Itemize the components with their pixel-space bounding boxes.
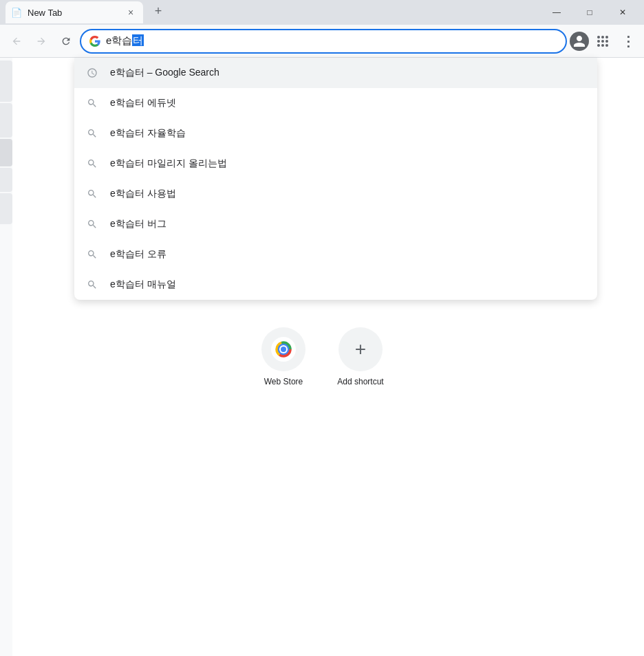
webstore-shortcut[interactable]: Web Store bbox=[253, 327, 314, 386]
close-button[interactable]: ✕ bbox=[607, 2, 638, 23]
tab-close-button[interactable]: × bbox=[124, 6, 138, 19]
forward-button[interactable] bbox=[30, 30, 52, 52]
search-icon bbox=[85, 157, 99, 171]
autocomplete-item[interactable]: e학습터 – Google Search bbox=[74, 58, 597, 88]
autocomplete-text: e학습터 자율학습 bbox=[110, 127, 586, 140]
autocomplete-text: e학습터 – Google Search bbox=[110, 67, 586, 79]
autocomplete-text: e학습터 버그 bbox=[110, 218, 586, 230]
clock-icon bbox=[85, 66, 99, 80]
add-shortcut-label: Add shortcut bbox=[337, 377, 383, 386]
new-tab-button[interactable]: + bbox=[149, 1, 168, 21]
webstore-icon bbox=[271, 337, 296, 362]
left-panel-item bbox=[0, 193, 12, 224]
nav-bar: e학습터 ⋮ bbox=[0, 25, 644, 58]
plus-icon: + bbox=[355, 340, 366, 359]
google-logo-icon bbox=[89, 36, 100, 47]
autocomplete-item[interactable]: e학습터 자율학습 bbox=[74, 118, 597, 149]
left-panel bbox=[0, 58, 12, 656]
autocomplete-text: e학습터 사용법 bbox=[110, 188, 586, 200]
autocomplete-item[interactable]: e학습터 에듀넷 bbox=[74, 88, 597, 118]
address-text: e학습터 bbox=[106, 34, 144, 47]
svg-text:📄: 📄 bbox=[11, 7, 22, 18]
search-icon bbox=[85, 248, 99, 261]
add-shortcut-icon-circle: + bbox=[339, 327, 383, 371]
address-bar[interactable]: e학습터 bbox=[80, 29, 567, 54]
search-icon bbox=[85, 217, 99, 231]
autocomplete-text: e학습터 오류 bbox=[110, 248, 586, 261]
svg-point-7 bbox=[281, 347, 286, 352]
left-panel-item bbox=[0, 61, 12, 102]
search-icon bbox=[85, 96, 99, 110]
autocomplete-dropdown: e학습터 – Google Search e학습터 에듀넷 e학습터 자율학습 … bbox=[74, 58, 597, 300]
reload-button[interactable] bbox=[55, 30, 77, 52]
shortcuts-area: Web Store + Add shortcut bbox=[253, 327, 391, 386]
autocomplete-text: e학습터 매뉴얼 bbox=[110, 278, 586, 291]
autocomplete-item[interactable]: e학습터 마일리지 올리는법 bbox=[74, 149, 597, 179]
search-icon bbox=[85, 278, 99, 292]
add-shortcut-button[interactable]: + Add shortcut bbox=[330, 327, 391, 386]
title-bar: 📄 New Tab × + — □ ✕ bbox=[0, 0, 644, 25]
tab-title: New Tab bbox=[28, 8, 118, 18]
menu-button[interactable] bbox=[592, 30, 614, 52]
autocomplete-item[interactable]: e학습터 사용법 bbox=[74, 179, 597, 209]
profile-avatar[interactable] bbox=[570, 32, 589, 51]
apps-grid-icon bbox=[597, 36, 608, 47]
search-icon bbox=[85, 187, 99, 201]
tab-favicon: 📄 bbox=[11, 7, 22, 18]
left-panel-item bbox=[0, 139, 12, 166]
webstore-icon-circle bbox=[261, 327, 305, 371]
left-panel-item bbox=[0, 103, 12, 138]
search-icon bbox=[85, 127, 99, 140]
autocomplete-text: e학습터 에듀넷 bbox=[110, 97, 586, 109]
minimize-button[interactable]: — bbox=[541, 2, 572, 23]
chrome-menu-button[interactable]: ⋮ bbox=[616, 30, 638, 52]
maximize-button[interactable]: □ bbox=[574, 2, 605, 23]
autocomplete-item[interactable]: e학습터 오류 bbox=[74, 239, 597, 270]
back-button[interactable] bbox=[6, 30, 28, 52]
autocomplete-item[interactable]: e학습터 버그 bbox=[74, 209, 597, 239]
autocomplete-text: e학습터 마일리지 올리는법 bbox=[110, 157, 586, 170]
nav-right-area: ⋮ bbox=[570, 30, 638, 52]
left-panel-item bbox=[0, 168, 12, 192]
autocomplete-item[interactable]: e학습터 매뉴얼 bbox=[74, 270, 597, 300]
webstore-label: Web Store bbox=[264, 377, 303, 386]
browser-tab[interactable]: 📄 New Tab × bbox=[6, 1, 143, 23]
browser-frame: 📄 New Tab × + — □ ✕ bbox=[0, 0, 644, 656]
window-controls: — □ ✕ bbox=[541, 2, 638, 23]
